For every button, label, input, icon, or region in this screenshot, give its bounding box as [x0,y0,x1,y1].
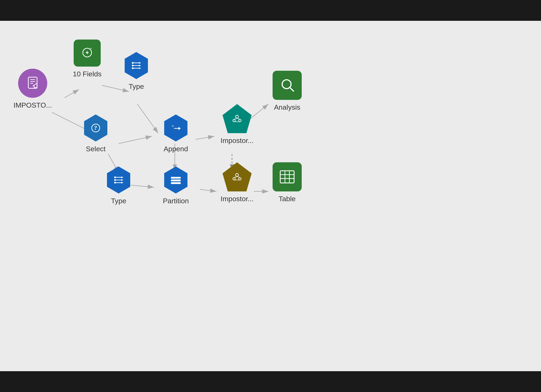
svg-line-12 [196,136,214,139]
svg-point-25 [132,62,134,64]
svg-point-27 [132,65,134,67]
type-top-label: Type [129,82,144,90]
svg-text:?: ? [94,124,97,131]
node-select[interactable]: ? Select [82,115,109,153]
svg-line-19 [33,83,37,86]
svg-line-2 [64,89,79,98]
canvas: IMPOSTO... + 10 Fields [0,21,541,371]
svg-point-35 [114,177,116,178]
svg-point-39 [114,182,116,184]
impostor-bottom-label: Impostor... [221,195,254,203]
type-bottom-icon [105,167,132,193]
svg-line-56 [290,87,294,91]
svg-line-53 [237,177,240,178]
append-label: Append [164,145,188,153]
select-icon: ? [82,115,109,141]
svg-rect-40 [171,177,181,179]
svg-point-37 [114,179,116,181]
svg-line-47 [237,118,240,120]
node-type-top[interactable]: Type [123,52,150,90]
table-icon [273,162,302,191]
table-label: Table [279,195,296,203]
partition-label: Partition [163,197,189,205]
svg-rect-15 [28,77,37,89]
impostor-top-label: Impostor... [221,136,254,145]
svg-point-43 [235,115,239,118]
svg-rect-57 [280,171,294,183]
svg-line-52 [234,177,237,178]
svg-text:+: + [90,47,92,51]
top-bar [0,0,541,21]
svg-text:+: + [172,123,174,129]
svg-point-49 [235,173,239,177]
analysis-label: Analysis [274,103,301,111]
impostor-bottom-icon [222,162,252,191]
node-table[interactable]: Table [273,162,302,203]
select-label: Select [86,145,106,153]
svg-point-45 [239,120,241,122]
svg-line-46 [234,118,237,120]
10fields-label: 10 Fields [73,70,102,78]
bottom-bar [0,371,541,392]
node-type-bottom[interactable]: Type [105,167,132,205]
svg-point-50 [233,178,235,180]
imposto-icon [18,69,47,98]
svg-point-51 [239,178,241,180]
svg-point-44 [233,120,235,122]
svg-line-10 [200,189,216,191]
impostor-top-icon [222,104,252,133]
type-top-icon [123,52,150,79]
svg-rect-41 [171,180,181,181]
svg-point-29 [132,68,134,69]
node-partition[interactable]: Partition [162,167,189,205]
node-analysis[interactable]: Analysis [273,71,302,111]
imposto-label: IMPOSTO... [14,101,52,109]
svg-rect-42 [171,182,181,184]
node-10fields[interactable]: + 10 Fields [73,40,102,78]
node-imposto[interactable]: IMPOSTO... [14,69,52,109]
svg-line-8 [131,185,154,187]
svg-line-5 [137,104,158,133]
analysis-icon [273,71,302,100]
node-impostor-bottom[interactable]: Impostor... [221,162,254,203]
10fields-icon: + [74,40,101,67]
node-append[interactable]: + Append [162,115,189,153]
partition-icon [162,167,189,193]
svg-line-7 [119,136,152,144]
type-bottom-label: Type [111,197,126,205]
node-impostor-top[interactable]: Impostor... [221,104,254,145]
append-icon: + [162,115,189,141]
